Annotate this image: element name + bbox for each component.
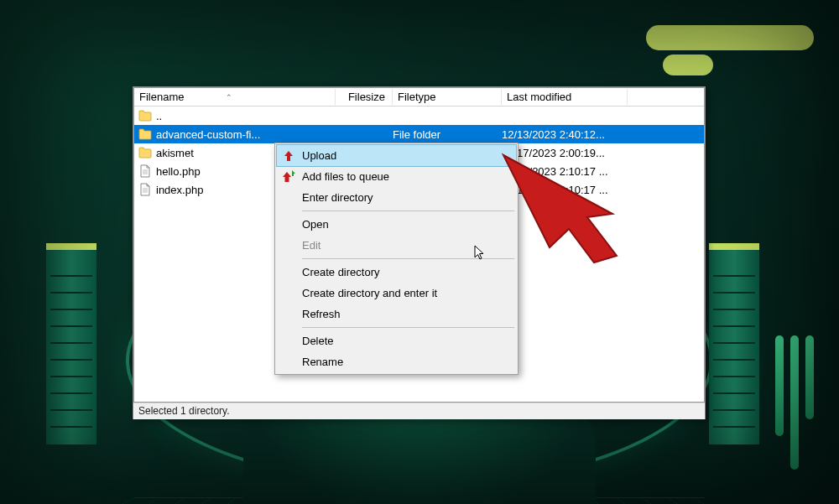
column-header-modified[interactable]: Last modified <box>502 89 628 105</box>
menu-item-add-files-to-queue[interactable]: Add files to queue <box>277 166 516 187</box>
file-row[interactable]: .. <box>134 107 704 125</box>
svg-rect-6 <box>292 174 294 176</box>
status-bar: Selected 1 directory. <box>133 403 705 419</box>
menu-item-edit: Edit <box>277 235 516 256</box>
column-header-filesize[interactable]: Filesize <box>336 89 393 105</box>
menu-item-label: Rename <box>302 356 343 368</box>
file-name: .. <box>156 110 336 122</box>
menu-item-upload[interactable]: Upload <box>276 144 517 167</box>
upload-arrow-icon <box>282 149 295 163</box>
folder-up-icon <box>138 109 153 122</box>
sort-ascending-icon: ⌃ <box>226 93 232 101</box>
menu-item-delete[interactable]: Delete <box>277 330 516 351</box>
menu-separator <box>302 210 514 211</box>
file-icon <box>138 164 153 178</box>
menu-item-label: Add files to queue <box>302 170 389 183</box>
file-modified: 12/13/2023 2:40:12... <box>502 128 628 141</box>
menu-item-label: Refresh <box>302 308 341 320</box>
menu-item-label: Create directory and enter it <box>302 287 437 299</box>
column-headers: Filename ⌃ Filesize Filetype Last modifi… <box>134 88 704 107</box>
file-modified: 11/17/2023 2:10:17 ... <box>502 165 628 178</box>
menu-item-label: Upload <box>302 149 336 162</box>
menu-item-label: Delete <box>302 335 334 347</box>
menu-item-refresh[interactable]: Refresh <box>277 304 516 325</box>
menu-item-label: Create directory <box>302 266 379 278</box>
file-icon <box>138 183 153 196</box>
file-row[interactable]: advanced-custom-fi...File folder12/13/20… <box>134 125 704 143</box>
menu-item-label: Edit <box>302 239 320 252</box>
menu-item-label: Enter directory <box>302 191 373 204</box>
column-header-filename[interactable]: Filename ⌃ <box>134 89 336 105</box>
folder-icon <box>138 127 153 141</box>
file-modified: 11/17/2023 2:00:19... <box>502 147 628 159</box>
column-header-filetype[interactable]: Filetype <box>393 89 502 105</box>
menu-item-enter-directory[interactable]: Enter directory <box>277 187 516 208</box>
context-menu: UploadAdd files to queueEnter directoryO… <box>274 143 519 375</box>
menu-item-label: Open <box>302 218 329 231</box>
folder-icon <box>138 146 153 159</box>
menu-item-create-directory[interactable]: Create directory <box>277 262 516 283</box>
file-name: advanced-custom-fi... <box>156 128 336 141</box>
menu-separator <box>302 258 514 259</box>
menu-item-rename[interactable]: Rename <box>277 351 516 372</box>
menu-item-create-directory-and-enter-it[interactable]: Create directory and enter it <box>277 283 516 304</box>
file-type: File folder <box>393 128 502 141</box>
menu-separator <box>302 327 514 328</box>
queue-arrow-icon <box>282 170 295 184</box>
menu-item-open[interactable]: Open <box>277 214 516 235</box>
file-modified: 11/17/2023 2:10:17 ... <box>502 184 628 196</box>
